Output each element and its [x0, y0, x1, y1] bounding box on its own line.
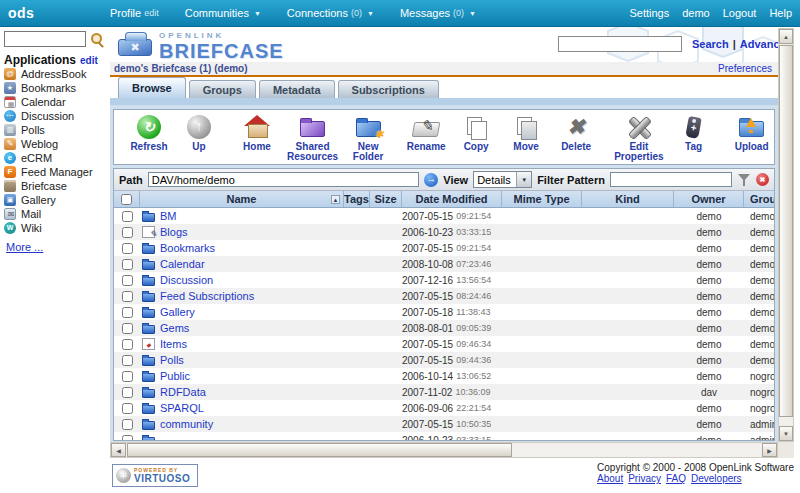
row-name-link[interactable]: RDFData — [160, 386, 206, 398]
row-name-link[interactable]: Polls — [160, 354, 184, 366]
view-select[interactable]: Details ▼ — [473, 171, 532, 188]
sidebar-item-briefcase[interactable]: Briefcase — [4, 179, 108, 193]
table-row[interactable]: RDFData 2007-11-0210:36:09 dav nogroup — [114, 384, 775, 400]
toolbar-refresh-button[interactable]: Refresh — [124, 113, 174, 152]
sort-asc-icon[interactable]: ▲ — [331, 195, 340, 204]
sidebar-item-calendar[interactable]: Calendar — [4, 95, 108, 109]
row-checkbox[interactable] — [122, 211, 133, 222]
row-checkbox[interactable] — [122, 419, 133, 430]
path-input[interactable] — [148, 172, 419, 187]
sidebar-item-wiki[interactable]: Wiki — [4, 221, 108, 235]
topbar-link-demo[interactable]: demo — [682, 7, 710, 19]
header-size[interactable]: Size — [370, 191, 402, 207]
topbar-link-help[interactable]: Help — [769, 7, 792, 19]
toolbar-delete-button[interactable]: Delete — [551, 113, 601, 152]
header-date-modified[interactable]: Date Modified — [402, 191, 502, 207]
sidebar-item-gallery[interactable]: Gallery — [4, 193, 108, 207]
vertical-scrollbar[interactable]: ▲ ▼ — [778, 28, 794, 442]
sidebar-item-discussion[interactable]: Discussion — [4, 109, 108, 123]
table-row[interactable]: Items 2007-05-1509:46:34 demo demo — [114, 336, 775, 352]
vertical-scroll-thumb[interactable] — [779, 45, 793, 417]
table-row[interactable]: SPARQL 2006-09-0622:21:54 demo nogroup — [114, 400, 775, 416]
virtuoso-badge[interactable]: POWERED BY VIRTUOSO — [112, 464, 198, 487]
sidebar-item-bookmarks[interactable]: Bookmarks — [4, 81, 108, 95]
scroll-right-button[interactable]: ▶ — [762, 443, 777, 457]
topbar-link-logout[interactable]: Logout — [723, 7, 757, 19]
table-row[interactable]: Feed Subscriptions 2007-05-1508:24:46 de… — [114, 288, 775, 304]
row-name-link[interactable]: Blogs — [160, 226, 188, 238]
row-checkbox[interactable] — [122, 355, 133, 366]
tab-metadata[interactable]: Metadata — [259, 80, 335, 98]
tab-subscriptions[interactable]: Subscriptions — [338, 80, 439, 98]
topbar-menu-communities[interactable]: Communities ▼ — [185, 7, 261, 19]
row-name-link[interactable]: Public — [160, 370, 190, 382]
row-checkbox[interactable] — [122, 387, 133, 398]
table-row[interactable]: Calendar 2008-10-0807:23:46 demo demo — [114, 256, 775, 272]
filter-apply-icon[interactable] — [737, 173, 751, 187]
topbar-menu-connections[interactable]: Connections (0) ▼ — [287, 7, 374, 19]
row-name-link[interactable]: Discussion — [160, 274, 213, 286]
toolbar-shared-button[interactable]: Shared Resources — [282, 113, 343, 162]
ods-logo[interactable]: ods — [8, 5, 34, 21]
row-checkbox[interactable] — [122, 275, 133, 286]
row-checkbox[interactable] — [122, 339, 133, 350]
sidebar-item-weblog[interactable]: Weblog — [4, 137, 108, 151]
row-checkbox[interactable] — [122, 307, 133, 318]
header-tags[interactable]: Tags — [344, 191, 370, 207]
topbar-menu-profile[interactable]: Profile edit — [110, 7, 159, 19]
select-all-checkbox[interactable] — [121, 194, 132, 205]
footer-link-developers[interactable]: Developers — [691, 473, 742, 484]
toolbar-up-button[interactable]: Up — [174, 113, 224, 152]
row-name-link[interactable]: Feed Subscriptions — [160, 290, 254, 302]
tab-groups[interactable]: Groups — [189, 80, 256, 98]
table-row[interactable]: Gems 2008-08-0109:05:39 demo demo — [114, 320, 775, 336]
horizontal-scroll-thumb[interactable] — [127, 443, 512, 457]
row-checkbox[interactable] — [122, 371, 133, 382]
dropdown-arrow-icon[interactable]: ▼ — [516, 172, 531, 187]
table-row[interactable]: community 2007-05-1510:50:35 demo admini… — [114, 416, 775, 432]
row-checkbox[interactable] — [122, 403, 133, 414]
scroll-up-button[interactable]: ▲ — [779, 29, 793, 44]
breadcrumb-title[interactable]: demo's Briefcase (1) (demo) — [114, 62, 248, 75]
row-checkbox[interactable] — [122, 291, 133, 302]
scroll-left-button[interactable]: ◀ — [111, 443, 126, 457]
preferences-link[interactable]: Preferences — [718, 62, 772, 75]
row-name-link[interactable]: Items — [160, 338, 187, 350]
header-mime-type[interactable]: Mime Type — [502, 191, 582, 207]
toolbar-tag-button[interactable]: Tag — [669, 113, 719, 152]
row-name-link[interactable]: Gems — [160, 322, 189, 334]
table-row[interactable]: 2006-10-2303:33:15 demo administrators — [114, 432, 775, 440]
banner-search-input[interactable] — [558, 36, 682, 52]
header-name[interactable]: Name▲ — [140, 191, 344, 207]
search-link[interactable]: Search — [692, 38, 729, 50]
toolbar-newfolder-button[interactable]: New Folder — [343, 113, 393, 162]
sidebar-item-ecrm[interactable]: eCRM — [4, 151, 108, 165]
sidebar-search-input[interactable] — [4, 31, 86, 47]
toolbar-editprops-button[interactable]: Edit Properties — [609, 113, 668, 162]
applications-edit-link[interactable]: edit — [80, 55, 98, 66]
sidebar-item-mail[interactable]: Mail — [4, 207, 108, 221]
table-row[interactable]: Blogs 2006-10-2303:33:15 demo demo — [114, 224, 775, 240]
row-name-link[interactable]: Bookmarks — [160, 242, 215, 254]
row-name-link[interactable]: Gallery — [160, 306, 195, 318]
sidebar-item-polls[interactable]: Polls — [4, 123, 108, 137]
table-row[interactable]: Discussion 2007-12-1613:56:54 demo demo — [114, 272, 775, 288]
table-row[interactable]: Polls 2007-05-1509:44:36 demo demo — [114, 352, 775, 368]
row-name-link[interactable]: community — [160, 418, 213, 430]
header-owner[interactable]: Owner — [674, 191, 744, 207]
row-name-link[interactable]: Calendar — [160, 258, 205, 270]
toolbar-copy-button[interactable]: Copy — [451, 113, 501, 152]
footer-link-privacy[interactable]: Privacy — [628, 473, 661, 484]
toolbar-home-button[interactable]: Home — [232, 113, 282, 152]
row-checkbox[interactable] — [122, 227, 133, 238]
search-icon[interactable] — [90, 32, 104, 46]
footer-link-about[interactable]: About — [597, 473, 623, 484]
topbar-link-settings[interactable]: Settings — [629, 7, 669, 19]
scroll-down-button[interactable]: ▼ — [779, 426, 793, 441]
toolbar-move-button[interactable]: Move — [501, 113, 551, 152]
more-link[interactable]: More ... — [6, 241, 43, 253]
footer-link-faq[interactable]: FAQ — [666, 473, 686, 484]
horizontal-scrollbar[interactable]: ◀ ▶ — [110, 442, 778, 458]
filter-input[interactable] — [610, 172, 732, 187]
table-row[interactable]: Bookmarks 2007-05-1509:21:54 demo demo — [114, 240, 775, 256]
